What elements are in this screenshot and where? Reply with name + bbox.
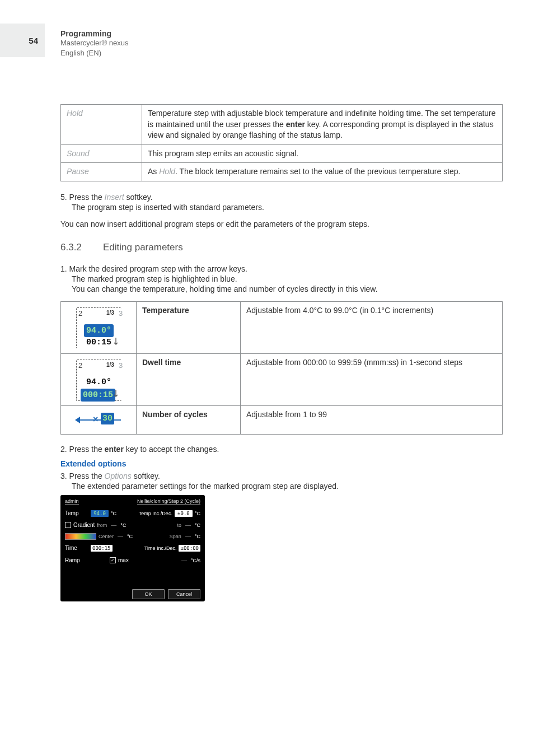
dwell-name: Dwell time	[137, 353, 241, 405]
device-gradient-row1: Gradient from — °C to — °C	[65, 520, 200, 531]
def-hold-desc: Temperature step with adjustable block t…	[142, 105, 503, 145]
temp-field[interactable]: 94.0	[91, 510, 109, 517]
parameter-table: 2 1/3 3 94.0° 00:15 Temperature Adjustab…	[60, 301, 503, 435]
device-path: Nellie/cloning/Step 2 (Cycle)	[137, 498, 200, 505]
dwell-desc: Adjustable from 000:00 to 999:59 (mmm:ss…	[241, 353, 503, 405]
def-sound-label: Sound	[61, 144, 142, 163]
temp-icon-cell: 2 1/3 3 94.0° 00:15	[61, 301, 137, 353]
edit-step-1: 1. Mark the desired program step with th…	[60, 264, 503, 273]
arrow-left-icon	[75, 417, 80, 423]
gradient-span-field[interactable]: —	[184, 533, 193, 539]
temp-name: Temperature	[137, 301, 241, 353]
extended-options-header: Extended options	[60, 459, 503, 468]
gradient-checkbox[interactable]	[65, 522, 71, 528]
table-row: Pause As Hold. The block temperature rem…	[61, 163, 503, 181]
edit-step-2: 2. Press the enter key to accept the cha…	[60, 445, 503, 454]
cycles-icon: × 30	[76, 412, 121, 428]
time-field[interactable]: 000:15	[91, 545, 113, 552]
temperature-step-icon: 2 1/3 3 94.0° 00:15	[73, 305, 124, 350]
def-pause-desc: As Hold. The block temperature remains s…	[142, 163, 503, 181]
cycles-desc: Adjustable from 1 to 99	[241, 405, 503, 434]
temp-inc-field[interactable]: ±0.0	[175, 510, 193, 517]
ramp-max-checkbox[interactable]: ✓	[110, 557, 116, 563]
gradient-strip-icon	[65, 533, 96, 540]
edit-step-3: 3. Press the Options softkey.	[60, 472, 503, 480]
header-product: Mastercycler® nexus	[60, 38, 129, 48]
dwell-step-icon: 2 1/3 3 94.0° 000:15	[73, 357, 124, 402]
edit-step-1-sub2: You can change the temperature, holding …	[72, 284, 503, 293]
gradient-to-field[interactable]: —	[184, 522, 193, 528]
table-row: × 30 Number of cycles Adjustable from 1 …	[61, 405, 503, 434]
table-row: Sound This program step emits an acousti…	[61, 144, 503, 163]
edit-step-3-result: The extended parameter settings for the …	[72, 482, 503, 491]
section-title: Editing parameters	[103, 242, 183, 253]
header-title: Programming	[60, 29, 129, 38]
device-time-row: Time 000:15 Time Inc./Dec. ±00:00	[65, 542, 200, 554]
def-pause-label: Pause	[61, 163, 142, 181]
header-lang: English (EN)	[60, 48, 129, 58]
step-5: 5. Press the Insert softkey.	[60, 193, 503, 202]
page-number: 54	[29, 36, 38, 45]
temp-desc: Adjustable from 4.0°C to 99.0°C (in 0.1°…	[241, 301, 503, 353]
after-insert-note: You can now insert additional program st…	[60, 220, 503, 228]
device-ramp-row: Ramp ✓ max — °C/s	[65, 554, 200, 567]
section-number: 6.3.2	[60, 242, 87, 253]
table-row: 2 1/3 3 94.0° 000:15 Dwell time Adjustab…	[61, 353, 503, 405]
device-user: admin	[65, 498, 79, 505]
gradient-from-field[interactable]: —	[109, 522, 118, 528]
cancel-button[interactable]: Cancel	[168, 589, 200, 599]
dwell-icon-cell: 2 1/3 3 94.0° 000:15	[61, 353, 137, 405]
device-screenshot: admin Nellie/cloning/Step 2 (Cycle) Temp…	[60, 495, 205, 601]
ok-button[interactable]: OK	[132, 589, 165, 599]
def-hold-label: Hold	[61, 105, 142, 145]
ramp-field[interactable]: —	[180, 557, 189, 563]
cycles-icon-cell: × 30	[61, 405, 137, 434]
gradient-center-field[interactable]: —	[116, 533, 125, 539]
arrow-down-icon	[114, 389, 123, 400]
table-row: Hold Temperature step with adjustable bl…	[61, 105, 503, 145]
device-temp-row: Temp 94.0 °C Temp Inc./Dec. ±0.0 °C	[65, 507, 200, 520]
definitions-table: Hold Temperature step with adjustable bl…	[60, 104, 503, 181]
step-5-result: The program step is inserted with standa…	[72, 203, 503, 212]
edit-step-1-sub1: The marked program step is highlighted i…	[72, 274, 503, 283]
arrow-down-icon	[114, 337, 123, 348]
table-row: 2 1/3 3 94.0° 00:15 Temperature Adjustab…	[61, 301, 503, 353]
def-sound-desc: This program step emits an acoustic sign…	[142, 144, 503, 163]
time-inc-field[interactable]: ±00:00	[179, 545, 200, 552]
device-gradient-row2: Center — °C Span — °C	[65, 531, 200, 542]
cycles-name: Number of cycles	[137, 405, 241, 434]
